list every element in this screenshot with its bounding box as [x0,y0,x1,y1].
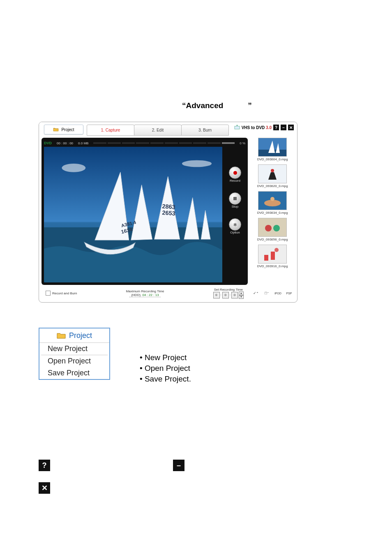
list-item: • New Project [140,352,191,363]
deselect-icon[interactable]: □⁻ [263,290,271,296]
titlebar-help-button[interactable]: ? [273,125,279,130]
tab-burn-label: 3. Burn [198,128,212,132]
clip-filename: DVD_093604_0.mpg [250,157,295,161]
elapsed-time: 00 : 00 : 00 [57,141,73,145]
set-hours-input[interactable]: 0 [213,292,220,298]
menu-new-project[interactable]: New Project [39,343,109,355]
gear-icon: ✻ [233,222,237,227]
select-all-icon[interactable]: ✓⁺ [252,290,260,296]
svg-marker-1 [236,125,238,126]
svg-text:2653: 2653 [162,209,175,217]
capture-stage: DVD 00 : 00 : 00 0.0 MB 0 % [42,138,248,285]
option-button[interactable]: ✻ [229,218,241,231]
project-button-label: Project [61,127,74,132]
project-dropdown-figure: Project New Project Open Project Save Pr… [39,328,110,380]
record-and-burn-label: Record and Burn [52,291,77,295]
export-ipod-button[interactable]: iPOD [274,290,282,296]
clip-item[interactable]: DVD_093916_0.mpg [250,245,295,268]
tab-capture[interactable]: 1. Capture [87,125,134,136]
record-and-burn-checkbox[interactable] [46,291,51,296]
set-recording-label: Set Recording Time [213,288,244,291]
set-minutes-input[interactable]: 0 [222,292,229,298]
app-title-version: 3.0 [266,125,272,130]
project-dropdown-header[interactable]: Project [39,328,109,343]
svg-rect-24 [258,218,286,236]
svg-point-25 [265,225,272,231]
format-badge: DVD [44,141,52,145]
svg-point-13 [62,164,85,172]
set-seconds-input[interactable]: 0 [231,292,238,298]
max-recording-time: Maximum Recording Time (HDD) 04 : 22 : 1… [126,289,164,297]
quote-open: “ [182,101,186,110]
tab-edit[interactable]: 2. Edit [134,125,182,136]
captured-size: 0.0 MB [78,141,88,145]
svg-point-23 [270,197,274,201]
menu-save-project[interactable]: Save Project [39,367,109,379]
svg-rect-0 [235,126,240,129]
clip-filename: DVD_093916_0.mpg [250,264,295,268]
clip-filename: DVD_093620_0.mpg [250,184,295,188]
project-dropdown-title: Project [69,331,92,340]
clip-thumbnail [258,191,287,210]
clip-filename: DVD_093634_0.mpg [250,211,295,215]
list-item: • Open Project [140,363,191,374]
record-icon [233,171,237,175]
max-recording-label: Maximum Recording Time [126,289,164,293]
titlebar-close-button[interactable]: ✕ [288,125,294,130]
clip-item[interactable]: DVD_093620_0.mpg [250,164,295,188]
capture-controls: Record Stop ✻ Option [225,166,245,240]
app-logo-icon [234,125,240,130]
page-heading: “Advanced” [182,101,252,110]
clip-filename: DVD_093656_0.mpg [250,238,295,241]
set-recording-time: Set Recording Time 0: 0: 0 ▲▼ [213,288,244,299]
project-folder-icon [57,332,66,339]
svg-point-14 [182,160,212,167]
video-preview: 2863 2653 A381 4 1634 [44,147,222,282]
export-psp-button[interactable]: PSP [286,290,293,296]
menu-open-project[interactable]: Open Project [39,355,109,367]
stage-status-bar: DVD 00 : 00 : 00 0.0 MB 0 % [44,140,245,146]
clip-item[interactable]: DVD_093634_0.mpg [250,191,295,215]
clip-list: DVD_093604_0.mpg DVD_093620_0.mpg DVD_09… [250,138,295,285]
app-window: Project 1. Capture 2. Edit 3. Burn VHS t… [39,122,297,303]
step-tabs: 1. Capture 2. Edit 3. Burn [87,125,228,135]
svg-rect-30 [264,255,268,261]
stop-label: Stop [232,205,238,208]
svg-point-26 [273,225,280,231]
clip-thumbnail [258,245,287,264]
project-actions-list: • New Project • Open Project • Save Proj… [140,352,191,384]
stop-button[interactable] [229,192,241,205]
bottom-bar: Record and Burn Maximum Recording Time (… [42,287,248,300]
help-button-icon[interactable]: ? [39,460,50,471]
title-area: VHS to DVD 3.0 ? – ✕ [234,123,294,132]
clip-thumbnail [258,164,287,183]
quote-close: ” [248,101,252,110]
minimize-button-icon[interactable]: – [173,460,184,471]
top-bar: Project 1. Capture 2. Edit 3. Burn VHS t… [39,122,297,138]
clip-item[interactable]: DVD_093604_0.mpg [250,138,295,161]
tab-burn[interactable]: 3. Burn [181,125,229,136]
time-spinner[interactable]: ▲▼ [239,291,244,299]
svg-rect-29 [271,252,275,260]
option-label: Option [230,231,240,234]
hdd-available-time: 04 : 22 : 13 [143,293,159,297]
hdd-prefix: (HDD) [131,293,141,297]
close-button-icon[interactable]: ✕ [39,482,50,494]
stop-icon [233,197,237,200]
project-folder-icon [53,127,59,132]
record-label: Record [230,179,240,183]
titlebar-minimize-button[interactable]: – [281,125,286,130]
progress-bar [93,142,235,144]
tab-edit-label: 2. Edit [152,128,164,132]
heading-word: Advanced [186,101,224,110]
clip-item[interactable]: DVD_093656_0.mpg [250,218,295,241]
list-item: • Save Project. [140,374,191,384]
record-button[interactable] [229,166,241,179]
svg-point-28 [274,248,279,252]
spinner-up-icon: ▲ [239,291,244,295]
svg-point-20 [271,169,274,172]
project-button[interactable]: Project [44,125,83,134]
tab-capture-label: 1. Capture [101,128,120,132]
bottom-right-toolbar: ✓⁺ □⁻ iPOD PSP [250,287,295,300]
spinner-down-icon: ▼ [239,295,244,299]
